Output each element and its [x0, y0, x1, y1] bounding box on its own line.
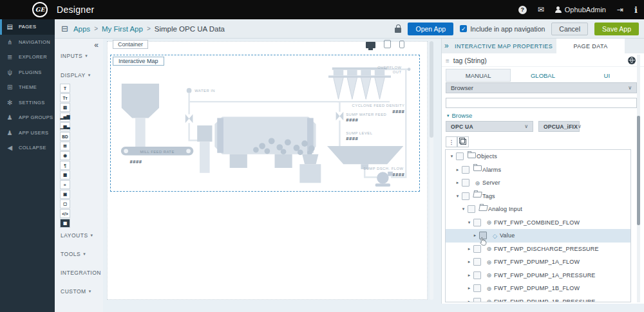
- toolbox-section-layouts[interactable]: LAYOUTS ▾: [61, 232, 93, 239]
- sidebar-item-explorer[interactable]: ≣ EXPLORER: [0, 50, 55, 65]
- sidebar-item-plugins[interactable]: ψ PLUGINS: [0, 65, 55, 80]
- breadcrumb-my-first-app[interactable]: My First App: [102, 25, 143, 33]
- expander-icon[interactable]: ▸: [471, 233, 478, 238]
- checkbox[interactable]: [456, 152, 464, 160]
- phone-preview-icon[interactable]: [399, 41, 404, 48]
- desktop-preview-icon[interactable]: [366, 42, 375, 48]
- breadcrumb-apps[interactable]: Apps: [73, 25, 90, 33]
- expander-icon[interactable]: ▸: [466, 259, 473, 264]
- tree-row-dpump-1b-flow[interactable]: ▸ ⊛ FWT_FWP_DPUMP_1B_FLOW: [446, 282, 630, 295]
- checkbox[interactable]: [473, 284, 481, 292]
- list-widget-icon[interactable]: ≡: [60, 180, 70, 189]
- browser-select[interactable]: Browser ∨: [446, 82, 637, 93]
- toolbox-section-integration[interactable]: INTEGRATION ▾: [61, 270, 106, 276]
- panel-expand-icon[interactable]: »: [444, 41, 449, 50]
- server-node-icon: ⊛: [484, 219, 494, 226]
- tree-row-dpump-1a-pressure[interactable]: ▸ ⊛ FWT_FWP_DPUMP_1A_PRESSURE: [446, 269, 630, 282]
- expander-icon[interactable]: ▸: [466, 273, 473, 278]
- info-icon[interactable]: i: [634, 5, 638, 15]
- tree-row-value[interactable]: ▸ ◇ Value: [446, 229, 630, 243]
- checkbox[interactable]: [462, 179, 469, 187]
- sidebar-item-app-groups[interactable]: ♟ APP GROUPS: [0, 110, 55, 125]
- server-select[interactable]: OPCUA_iFIX ∨: [538, 121, 580, 132]
- globe-icon[interactable]: [628, 57, 636, 64]
- table-widget-icon[interactable]: ▦: [60, 170, 70, 179]
- copy-icon[interactable]: [457, 136, 469, 147]
- user-menu[interactable]: OphubAdmin: [555, 6, 606, 14]
- tree-row-analog-input[interactable]: ▾ Analog Input: [446, 203, 630, 216]
- browse-toggle[interactable]: ▾ Browse: [447, 112, 472, 119]
- expander-icon[interactable]: ▸: [454, 180, 461, 185]
- toggle-off-widget-icon[interactable]: ▢: [60, 199, 70, 208]
- canvas-scrollbar-thumb[interactable]: [430, 41, 433, 138]
- more-options-icon[interactable]: ⋮: [446, 136, 457, 147]
- sidebar-item-navigation[interactable]: ⋔ NAVIGATION: [0, 35, 55, 50]
- toolbox-collapse-icon[interactable]: «: [94, 41, 99, 50]
- sidebar-item-settings[interactable]: ✻ SETTINGS: [0, 95, 55, 111]
- checkbox[interactable]: [473, 258, 481, 266]
- column-chart-widget-icon[interactable]: ▁▆▃: [60, 122, 70, 131]
- checkbox[interactable]: [473, 245, 481, 253]
- tab-page-data[interactable]: PAGE DATA: [556, 39, 625, 53]
- tag-search-input[interactable]: [446, 98, 637, 108]
- toolbox-section-tools[interactable]: TOOLS ▾: [61, 251, 86, 257]
- sidebar-item-app-users[interactable]: ♟ APP USERS: [0, 125, 55, 141]
- tree-row-dpump-1b-pressure[interactable]: ▸ ⊛ FWT_FWP_DPUMP_1B_PRESSURE: [446, 295, 630, 303]
- checkbox[interactable]: [468, 205, 475, 213]
- expander-icon[interactable]: ▸: [466, 286, 473, 291]
- expander-icon[interactable]: ▸: [454, 167, 461, 172]
- expander-icon[interactable]: ▾: [466, 220, 473, 225]
- toolbox-section-inputs[interactable]: INPUTS ▾: [61, 53, 88, 59]
- tab-ui[interactable]: UI: [575, 69, 639, 82]
- interactive-map-widget[interactable]: Interactive Map MILL FEED RATE #### WATE…: [110, 55, 420, 192]
- checkbox[interactable]: [462, 192, 469, 200]
- checkbox[interactable]: [473, 219, 481, 226]
- checkbox[interactable]: [462, 166, 469, 174]
- expander-icon[interactable]: ▸: [466, 246, 473, 252]
- sidebar-item-pages[interactable]: ▤ PAGES: [0, 19, 55, 35]
- panel-scrollbar-thumb[interactable]: [637, 116, 640, 225]
- card-grid-widget-icon[interactable]: ⊞: [60, 142, 70, 151]
- text-styles-widget-icon[interactable]: Tт: [60, 93, 70, 102]
- big-data-widget-icon[interactable]: BD: [60, 132, 70, 141]
- include-app-nav-checkbox[interactable]: ✓: [460, 25, 467, 32]
- tab-global[interactable]: GLOBAL: [511, 69, 574, 82]
- text-widget-icon[interactable]: T: [60, 84, 70, 93]
- cancel-button[interactable]: Cancel: [551, 23, 588, 35]
- help-icon[interactable]: ?: [518, 6, 527, 14]
- paragraph-widget-icon[interactable]: ¶: [60, 161, 70, 170]
- image-widget-icon[interactable]: ▨: [60, 103, 70, 112]
- tab-interactive-map-properties[interactable]: INTERACTIVE MAP PROPERTIES: [455, 43, 553, 50]
- toolbox-section-display[interactable]: DISPLAY ▾: [61, 72, 91, 78]
- source-select[interactable]: OPC UA ∨: [446, 121, 533, 132]
- container-label[interactable]: Container: [113, 40, 148, 49]
- tree-row-tags[interactable]: ▾ Tags: [446, 190, 630, 203]
- checkbox[interactable]: [473, 271, 481, 279]
- tree-row-alarms[interactable]: ▸ Alarms: [446, 163, 630, 177]
- toggle-on-widget-icon[interactable]: ▣: [60, 190, 70, 199]
- expander-icon[interactable]: ▸: [466, 299, 473, 302]
- save-app-button[interactable]: Save App: [594, 23, 639, 35]
- tree-row-discharge-pressure[interactable]: ▸ ⊛ FWT_FWP_DISCHARGE_PRESSURE: [446, 243, 630, 256]
- sidebar-item-theme[interactable]: ⊞ THEME: [0, 80, 55, 95]
- expander-icon[interactable]: ▾: [448, 154, 455, 159]
- toolbox-section-custom[interactable]: CUSTOM ▾: [61, 288, 91, 295]
- expander-icon[interactable]: ▾: [454, 194, 461, 199]
- expander-icon[interactable]: ▾: [460, 206, 467, 212]
- interactive-map-widget-icon[interactable]: ▩: [60, 219, 70, 228]
- checkbox[interactable]: [473, 298, 481, 302]
- tree-row-combined-flow[interactable]: ▾ ⊛ FWT_FWP_COMBINED_FLOW: [446, 216, 630, 230]
- tablet-preview-icon[interactable]: [384, 40, 391, 48]
- tab-manual[interactable]: MANUAL: [446, 69, 511, 82]
- sidebar-item-collapse[interactable]: ◀ COLLAPSE: [0, 140, 55, 156]
- tree-row-dpump-1a-flow[interactable]: ▸ ⊛ FWT_FWP_DPUMP_1A_FLOW: [446, 255, 630, 269]
- mail-icon[interactable]: ✉: [538, 5, 544, 14]
- tree-row-objects[interactable]: ▾ Objects: [446, 150, 630, 163]
- bar-chart-widget-icon[interactable]: ▂▅▇: [60, 113, 70, 122]
- signout-icon[interactable]: ⇥: [617, 5, 623, 14]
- tree-row-server[interactable]: ▸ ⊛ Server: [446, 176, 630, 190]
- open-app-button[interactable]: Open App: [408, 23, 453, 35]
- code-widget-icon[interactable]: </>: [60, 209, 70, 218]
- folder-open-icon: [478, 206, 488, 213]
- gauge-widget-icon[interactable]: ◉: [60, 151, 70, 160]
